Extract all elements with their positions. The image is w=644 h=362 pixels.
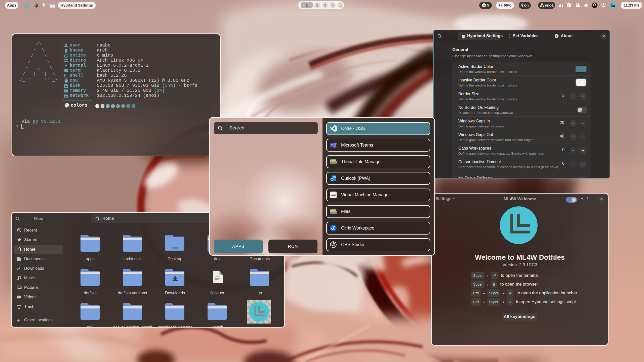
- svg-text:VMM: VMM: [331, 194, 336, 197]
- svg-text:T: T: [331, 144, 333, 147]
- svg-text:AI: AI: [25, 4, 28, 7]
- svg-text:IP: IP: [65, 95, 67, 98]
